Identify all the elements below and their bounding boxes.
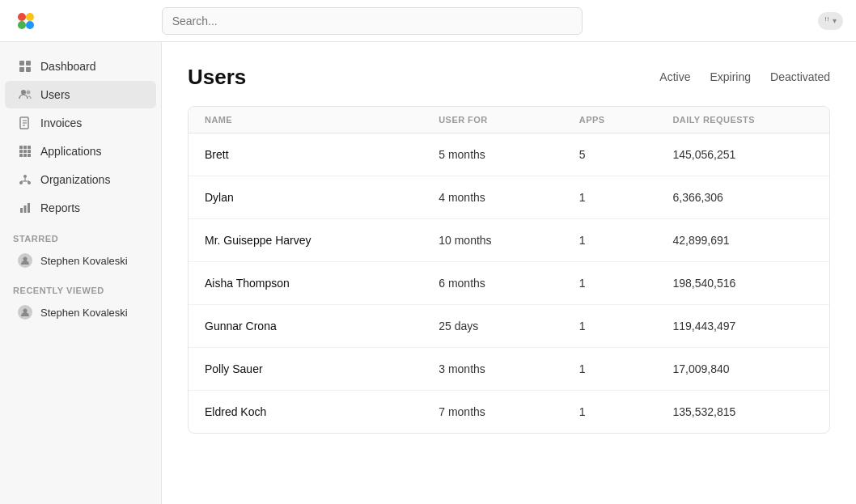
content-area: Users Active Expiring Deactivated NAME U… <box>162 42 856 504</box>
search-input[interactable] <box>162 7 583 35</box>
svg-rect-5 <box>26 61 31 66</box>
table-body: Brett 5 months 5 145,056,251 Dylan 4 mon… <box>189 133 829 433</box>
svg-point-8 <box>21 90 26 95</box>
user-avatar-recent <box>18 305 32 320</box>
page-header: Users Active Expiring Deactivated <box>188 65 830 90</box>
svg-rect-15 <box>23 146 27 149</box>
sidebar-item-invoices[interactable]: Invoices <box>5 109 156 137</box>
cell-apps: 1 <box>579 234 673 247</box>
col-header-name: NAME <box>205 115 439 125</box>
dashboard-icon <box>18 59 32 74</box>
sidebar-item-reports[interactable]: Reports <box>5 194 156 222</box>
svg-rect-20 <box>19 154 23 157</box>
col-header-user-for: USER FOR <box>439 115 579 125</box>
header-tabs: Active Expiring Deactivated <box>659 70 830 85</box>
col-header-apps: APPS <box>579 115 673 125</box>
user-menu-button[interactable]: ꜝꜝ ▾ <box>818 12 843 30</box>
cell-daily-requests: 6,366,306 <box>672 191 813 204</box>
sidebar-item-organizations[interactable]: Organizations <box>5 166 156 193</box>
cell-user-for: 25 days <box>439 320 579 332</box>
page-title: Users <box>188 65 659 90</box>
table-row[interactable]: Brett 5 months 5 145,056,251 <box>189 133 829 176</box>
table-row[interactable]: Aisha Thompson 6 months 1 198,540,516 <box>189 262 829 305</box>
starred-section-label: STARRED <box>0 222 161 247</box>
cell-daily-requests: 145,056,251 <box>672 148 813 161</box>
svg-rect-32 <box>24 205 27 213</box>
recent-item-stephen[interactable]: Stephen Kovaleski <box>5 299 156 325</box>
topbar-right: ꜝꜝ ▾ <box>818 12 843 30</box>
invoices-icon <box>18 116 32 130</box>
table-row[interactable]: Polly Sauer 3 months 1 17,009,840 <box>189 348 829 391</box>
svg-point-23 <box>23 175 27 178</box>
starred-item-stephen[interactable]: Stephen Kovaleski <box>5 248 156 273</box>
col-header-daily-requests: DAILY REQUESTS <box>672 115 813 125</box>
svg-rect-16 <box>28 146 31 149</box>
cell-apps: 1 <box>579 405 673 418</box>
svg-rect-17 <box>19 150 23 153</box>
cell-user-for: 5 months <box>439 148 579 161</box>
applications-icon <box>18 144 32 159</box>
cell-name: Aisha Thompson <box>205 277 439 290</box>
cell-daily-requests: 42,899,691 <box>672 234 813 247</box>
cell-daily-requests: 17,009,840 <box>672 362 813 375</box>
svg-rect-18 <box>23 150 27 153</box>
users-table: NAME USER FOR APPS DAILY REQUESTS Brett … <box>188 106 830 434</box>
app-logo <box>13 8 39 34</box>
cell-user-for: 4 months <box>439 191 579 204</box>
cell-apps: 1 <box>579 191 673 204</box>
sidebar-item-organizations-label: Organizations <box>40 173 110 186</box>
table-row[interactable]: Eldred Koch 7 months 1 135,532,815 <box>189 391 829 433</box>
svg-rect-14 <box>19 146 23 149</box>
sidebar-item-users-label: Users <box>40 88 70 101</box>
sidebar-item-applications[interactable]: Applications <box>5 138 156 165</box>
users-icon <box>18 87 32 102</box>
tab-expiring[interactable]: Expiring <box>710 70 751 85</box>
sidebar-item-applications-label: Applications <box>40 145 102 158</box>
cell-daily-requests: 119,443,497 <box>672 320 813 332</box>
table-row[interactable]: Dylan 4 months 1 6,366,306 <box>189 176 829 219</box>
cell-name: Brett <box>205 148 439 161</box>
table-row[interactable]: Mr. Guiseppe Harvey 10 months 1 42,899,6… <box>189 219 829 262</box>
cell-name: Eldred Koch <box>205 405 439 418</box>
svg-rect-21 <box>23 154 27 157</box>
cell-daily-requests: 198,540,516 <box>672 277 813 290</box>
topbar: ꜝꜝ ▾ <box>0 0 856 42</box>
sidebar: Dashboard Users Invoices Applications Or… <box>0 42 162 504</box>
starred-item-stephen-label: Stephen Kovaleski <box>40 255 128 267</box>
svg-rect-31 <box>20 208 23 213</box>
svg-rect-33 <box>28 203 30 213</box>
reports-icon <box>18 201 32 215</box>
svg-point-35 <box>23 309 28 313</box>
sidebar-item-users[interactable]: Users <box>5 81 156 108</box>
svg-rect-19 <box>28 150 31 153</box>
cell-user-for: 10 months <box>439 234 579 247</box>
cell-user-for: 6 months <box>439 277 579 290</box>
tab-active[interactable]: Active <box>659 70 690 85</box>
svg-point-9 <box>27 91 31 95</box>
svg-point-2 <box>18 21 26 29</box>
user-initials: ꜝꜝ <box>824 15 829 27</box>
svg-point-34 <box>23 257 28 261</box>
svg-point-1 <box>26 13 34 21</box>
svg-rect-4 <box>19 61 24 66</box>
cell-apps: 1 <box>579 277 673 290</box>
cell-name: Polly Sauer <box>205 362 439 375</box>
sidebar-item-dashboard[interactable]: Dashboard <box>5 53 156 80</box>
svg-rect-6 <box>19 67 24 72</box>
cell-name: Mr. Guiseppe Harvey <box>205 234 439 247</box>
svg-point-3 <box>26 21 34 29</box>
cell-name: Dylan <box>205 191 439 204</box>
svg-point-0 <box>18 13 26 21</box>
recently-viewed-section-label: RECENTLY VIEWED <box>0 274 161 299</box>
table-header: NAME USER FOR APPS DAILY REQUESTS <box>189 107 829 133</box>
svg-rect-22 <box>28 154 31 157</box>
tab-deactivated[interactable]: Deactivated <box>770 70 830 85</box>
user-avatar-starred <box>18 253 32 268</box>
cell-daily-requests: 135,532,815 <box>672 405 813 418</box>
search-bar[interactable] <box>162 7 583 35</box>
sidebar-item-dashboard-label: Dashboard <box>40 60 96 73</box>
cell-user-for: 7 months <box>439 405 579 418</box>
organizations-icon <box>18 172 32 187</box>
table-row[interactable]: Gunnar Crona 25 days 1 119,443,497 <box>189 305 829 348</box>
cell-user-for: 3 months <box>439 362 579 375</box>
